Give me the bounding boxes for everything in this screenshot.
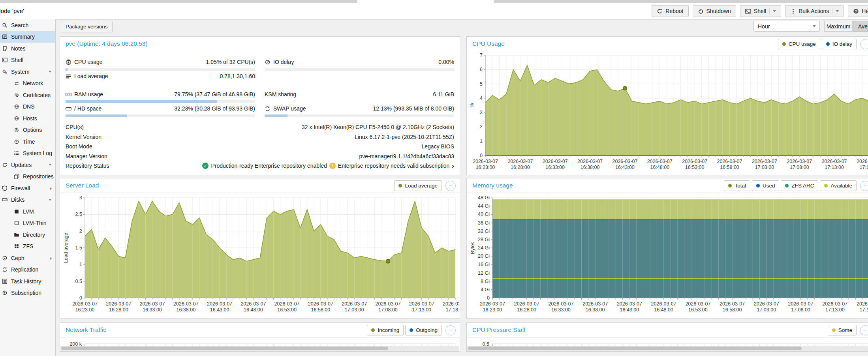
sidebar-item-label: Hosts <box>23 115 37 122</box>
legend-available[interactable]: Available <box>820 180 857 191</box>
header-button-shell[interactable]: Shell <box>740 5 781 17</box>
legend-load-average[interactable]: Load average <box>394 180 442 191</box>
svg-text:3: 3 <box>79 195 82 200</box>
sidebar-item-updates[interactable]: Updates <box>0 159 55 171</box>
svg-text:?: ? <box>855 9 857 13</box>
svg-text:2026-03-07: 2026-03-07 <box>173 301 199 307</box>
sidebar-item-directory[interactable]: Directory <box>0 229 55 241</box>
panel-cpu-pressure-stall: CPU Pressure Stall Some− 0.5 <box>466 322 868 352</box>
svg-text:16:38:00: 16:38:00 <box>586 307 605 313</box>
svg-text:16:53:00: 16:53:00 <box>277 307 297 313</box>
svg-text:2026-03-07: 2026-03-07 <box>720 301 745 307</box>
svg-text:17:18:00: 17:18:00 <box>860 307 868 313</box>
svg-text:2: 2 <box>79 229 82 234</box>
notes-icon <box>2 46 8 51</box>
legend-io-delay[interactable]: IO delay <box>822 39 857 49</box>
legend-dot <box>782 42 786 46</box>
info-value: 32 x Intel(R) Xeon(R) CPU E5-2450 0 @ 2.… <box>302 124 454 130</box>
undo-zoom-button[interactable]: − <box>445 181 456 191</box>
sidebar-item-network[interactable]: Network <box>0 78 55 90</box>
svg-text:4: 4 <box>480 96 483 101</box>
legend-some[interactable]: Some <box>828 325 857 335</box>
sidebar-item-label: Repositories <box>23 173 54 180</box>
square-filled-icon <box>14 209 19 214</box>
sidebar-item-options[interactable]: Options <box>0 124 55 136</box>
info-label: Repository Status <box>66 163 109 169</box>
header-button-shutdown[interactable]: Shutdown <box>693 5 736 17</box>
undo-zoom-button[interactable]: − <box>860 325 868 335</box>
status-row-label: CPU usage <box>66 59 103 65</box>
grid-icon <box>14 244 19 249</box>
svg-text:36 Gi: 36 Gi <box>478 220 490 226</box>
scrollbar-thumb[interactable] <box>61 347 388 350</box>
sidebar-item-time[interactable]: Time <box>0 136 55 148</box>
package-versions-button[interactable]: Package versions <box>61 21 113 32</box>
globe-icon <box>14 116 19 121</box>
sidebar-item-firewall[interactable]: Firewall <box>0 182 55 194</box>
legend-cpu-usage[interactable]: CPU usage <box>778 39 820 49</box>
status-row-value: 12.13% (993.35 MiB of 8.00 GiB) <box>373 105 454 112</box>
svg-text:2026-03-07: 2026-03-07 <box>822 159 847 164</box>
undo-zoom-button[interactable]: − <box>860 39 868 49</box>
header-button-reboot[interactable]: Reboot <box>652 5 688 17</box>
scrollbar-thumb[interactable] <box>468 347 802 350</box>
copy-icon <box>13 174 20 179</box>
undo-zoom-button[interactable]: − <box>860 181 868 191</box>
panel-header: Network Traffic IncomingOutgoing− <box>60 323 460 337</box>
horizontal-scrollbar[interactable] <box>60 346 459 351</box>
legend-incoming[interactable]: Incoming <box>367 325 404 335</box>
sidebar-item-task-history[interactable]: Task History <box>0 275 55 287</box>
sidebar-item-replication[interactable]: Replication <box>0 264 55 276</box>
sidebar-item-shell[interactable]: Shell <box>0 54 55 66</box>
average-button[interactable]: Average <box>853 21 868 32</box>
svg-text:16:58:00: 16:58:00 <box>723 307 742 313</box>
sidebar-item-system[interactable]: System <box>0 66 55 78</box>
sidebar-item-zfs[interactable]: ZFS <box>0 241 55 253</box>
clock-icon <box>13 139 20 144</box>
search-icon <box>2 22 8 28</box>
cpu-pressure-chart: 0.5 <box>467 337 868 346</box>
sidebar-item-repositories[interactable]: Repositories <box>0 171 55 183</box>
sidebar-item-ceph[interactable]: Ceph <box>0 252 55 264</box>
refresh-icon <box>2 162 8 168</box>
header-button-help[interactable]: ?Help <box>848 5 868 17</box>
legend-outgoing[interactable]: Outgoing <box>405 325 442 335</box>
sidebar-item-search[interactable]: Search <box>0 19 55 31</box>
sidebar-item-label: ZFS <box>23 243 33 249</box>
legend-total[interactable]: Total <box>724 180 750 191</box>
sidebar-item-hosts[interactable]: Hosts <box>0 112 55 124</box>
panel-cpu-usage: CPU Usage CPU usageIO delay− 01234567202… <box>466 36 868 175</box>
legend-label: Available <box>830 183 852 189</box>
sidebar-item-disks[interactable]: Disks <box>0 194 55 206</box>
svg-text:2026-03-07: 2026-03-07 <box>72 301 98 307</box>
svg-text:12 Gi: 12 Gi <box>478 270 490 276</box>
horizontal-scrollbar[interactable] <box>467 346 868 351</box>
header-button-bulk-actions[interactable]: Bulk Actions <box>785 5 844 17</box>
maximum-button[interactable]: Maximum <box>824 21 853 32</box>
sidebar-item-summary[interactable]: Summary <box>0 31 55 43</box>
chevron-right-icon[interactable]: › <box>452 163 454 169</box>
svg-text:17:18:00: 17:18:00 <box>860 165 868 170</box>
sidebar-item-subscription[interactable]: Subscription <box>0 287 55 299</box>
sidebar-item-lvm[interactable]: LVM <box>0 206 55 217</box>
sidebar-item-label: Shell <box>11 57 23 63</box>
legend-zfs-arc[interactable]: ZFS ARC <box>781 180 818 191</box>
status-row-ksm-sharing: KSM sharing6.11 GiB <box>265 90 454 99</box>
svg-text:20 Gi: 20 Gi <box>478 253 490 259</box>
sidebar-item-system-log[interactable]: System Log <box>0 148 55 159</box>
drive-icon <box>2 197 8 202</box>
sidebar-item-notes[interactable]: Notes <box>0 43 55 54</box>
legend-used[interactable]: Used <box>752 180 780 191</box>
sidebar-item-lvm-thin[interactable]: LVM-Thin <box>0 217 55 229</box>
svg-text:17:03:00: 17:03:00 <box>345 307 364 313</box>
undo-zoom-button[interactable]: − <box>445 325 456 335</box>
timeframe-select[interactable]: Hour <box>753 21 820 32</box>
sidebar-item-dns[interactable]: DNS <box>0 101 55 113</box>
svg-text:16:33:00: 16:33:00 <box>143 307 162 313</box>
sidebar-item-certificates[interactable]: Certificates <box>0 89 55 101</box>
svg-text:3: 3 <box>480 110 483 115</box>
svg-text:2026-03-07: 2026-03-07 <box>443 301 459 307</box>
network-icon <box>13 81 20 86</box>
svg-text:16:28:00: 16:28:00 <box>517 307 536 313</box>
svg-text:16:43:00: 16:43:00 <box>620 307 639 313</box>
